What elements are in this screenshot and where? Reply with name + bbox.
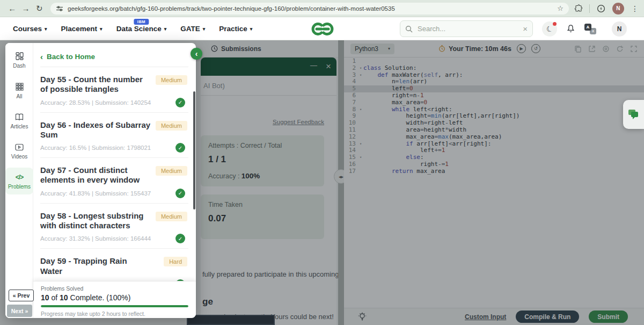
problem-stats: Accuracy: 41.83% | Submission: 155437 [40, 190, 188, 197]
collapse-panel-button[interactable]: ‹ [191, 48, 202, 60]
chat-launcher[interactable] [623, 100, 644, 129]
ibm-badge: IBM [134, 19, 149, 25]
sidebar-item-label: Videos [11, 154, 27, 160]
progress-suffix: Complete. (100%) [68, 293, 131, 302]
next-button[interactable]: Next » [7, 305, 32, 317]
chat-icon [628, 110, 639, 119]
nav-actions: × ☾ a A N [400, 17, 627, 40]
solved-check-icon: ✓ [175, 234, 185, 243]
problem-stats: Accuracy: 16.5% | Submission: 1798021 [40, 145, 188, 151]
url-text: geeksforgeeks.org/batch/gfg-160-problems… [68, 5, 554, 12]
sidebar-item-label: Dash [13, 63, 25, 69]
search-box[interactable]: × [400, 20, 533, 37]
panel-rail: Dash All Articles Videos </> Problems [5, 43, 33, 318]
search-icon [405, 25, 413, 33]
nav-placement-label: Placement [61, 25, 98, 33]
progress-fill [41, 305, 188, 307]
sidebar-item-articles[interactable]: Articles [5, 107, 33, 134]
chevron-down-icon: ▾ [203, 26, 206, 32]
problem-title: Day 59 - Trapping Rain Water [40, 256, 151, 276]
problem-stats: Accuracy: 28.53% | Submission: 140254 [40, 99, 188, 106]
browser-profile-avatar[interactable]: N [612, 3, 624, 15]
nav-gate[interactable]: GATE▾ [180, 25, 205, 33]
back-to-home-link[interactable]: ‹ Back to Home [40, 43, 188, 67]
browser-menu-icon[interactable]: ⋮ [631, 4, 639, 13]
prev-button[interactable]: « Prev [9, 290, 34, 301]
chevron-down-icon: ▾ [45, 26, 47, 32]
chrome-actions: N ⋮ [574, 3, 639, 15]
extension-badge-icon[interactable] [597, 4, 605, 13]
translate-icon[interactable]: a A [584, 24, 596, 34]
problems-panel: Dash All Articles Videos </> Problems [5, 43, 196, 318]
problem-title: Day 57 - Count distinct elements in ever… [40, 165, 151, 185]
browser-chrome: ← → ↻ geeksforgeeks.org/batch/gfg-160-pr… [0, 0, 644, 17]
bell-icon[interactable] [566, 24, 575, 33]
nav-courses-label: Courses [13, 25, 42, 33]
nav-courses[interactable]: Courses▾ [13, 25, 47, 33]
sidebar-item-label: Problems [8, 184, 31, 190]
forward-icon[interactable]: → [19, 4, 32, 13]
nav-menu: Courses▾ Placement▾ IBMData Science▾ GAT… [13, 17, 252, 40]
chevron-down-icon: ▾ [100, 26, 103, 32]
chevron-down-icon: ▾ [250, 26, 253, 32]
nav-gate-label: GATE [180, 25, 200, 33]
screen: ← → ↻ geeksforgeeks.org/batch/gfg-160-pr… [0, 0, 644, 325]
solved-check-icon: ✓ [175, 143, 185, 153]
progress-note: Progress may take upto 2 hours to reflec… [41, 310, 188, 317]
book-icon [15, 113, 24, 121]
bookmark-star-icon[interactable]: ☆ [557, 4, 564, 12]
extensions-puzzle-icon[interactable] [574, 4, 582, 12]
difficulty-badge: Medium [156, 212, 187, 221]
site-info-icon[interactable] [56, 5, 63, 12]
back-to-home-label: Back to Home [47, 53, 95, 61]
progress-track [41, 305, 188, 307]
problem-title: Day 55 - Count the number of possible tr… [40, 75, 151, 95]
sidebar-item-dash[interactable]: Dash [5, 46, 33, 74]
sidebar-item-label: All [16, 93, 22, 99]
progress-counts: 10 of 10 Complete. (100%) [41, 293, 188, 302]
problem-item-day58[interactable]: Day 58 - Longest substring with distinct… [40, 204, 188, 249]
nav-practice-label: Practice [219, 25, 247, 33]
search-clear-icon[interactable]: × [523, 24, 528, 33]
gfg-logo[interactable] [308, 20, 338, 38]
chevron-left-icon: ‹ [40, 52, 43, 61]
problem-item-day56[interactable]: Day 56 - Indexes of Subarray Sum Medium … [40, 113, 188, 158]
url-bar[interactable]: geeksforgeeks.org/batch/gfg-160-problems… [50, 3, 569, 15]
back-icon[interactable]: ← [5, 4, 19, 13]
code-brackets-icon: </> [16, 174, 23, 181]
difficulty-badge: Medium [156, 75, 187, 85]
reload-icon[interactable]: ↻ [33, 4, 46, 13]
of-text: of [49, 293, 60, 302]
theme-toggle[interactable]: ☾ [542, 21, 557, 37]
problem-item-day55[interactable]: Day 55 - Count the number of possible tr… [40, 67, 188, 113]
problem-list: ‹ Back to Home Day 55 - Count the number… [34, 43, 196, 281]
list-scrollbar[interactable] [193, 91, 195, 210]
main-area: Submissions — × AI Bot) Suggest Feedback… [0, 40, 644, 325]
grid-icon [16, 83, 24, 91]
sidebar-item-all[interactable]: All [5, 77, 33, 104]
nav-data-science[interactable]: IBMData Science▾ [116, 25, 167, 33]
chrome-divider [589, 4, 590, 13]
notification-dot [553, 22, 557, 26]
user-avatar[interactable]: N [612, 21, 627, 37]
problem-item-day57[interactable]: Day 57 - Count distinct elements in ever… [40, 158, 188, 204]
solved-check-icon: ✓ [175, 98, 185, 107]
sidebar-item-videos[interactable]: Videos [5, 138, 33, 164]
sidebar-item-problems[interactable]: </> Problems [5, 168, 33, 194]
nav-placement[interactable]: Placement▾ [61, 25, 103, 33]
solved-check-icon: ✓ [175, 189, 185, 198]
nav-data-science-label: Data Science [116, 25, 162, 33]
problems-solved-box: Problems Solved 10 of 10 Complete. (100%… [33, 281, 196, 316]
difficulty-badge: Hard [164, 257, 187, 266]
problem-title: Day 56 - Indexes of Subarray Sum [40, 120, 151, 140]
total-count: 10 [60, 293, 68, 302]
problems-solved-label: Problems Solved [41, 285, 188, 292]
sidebar-item-label: Articles [11, 124, 28, 129]
search-input[interactable] [416, 24, 523, 33]
difficulty-badge: Medium [156, 166, 187, 176]
problem-item-day59[interactable]: Day 59 - Trapping Rain Water Hard Accura… [40, 249, 188, 281]
video-icon [15, 143, 24, 151]
translate-front-glyph: A [584, 24, 591, 31]
problem-stats: Accuracy: 31.32% | Submission: 166444 [40, 235, 188, 242]
nav-practice[interactable]: Practice▾ [219, 25, 252, 33]
